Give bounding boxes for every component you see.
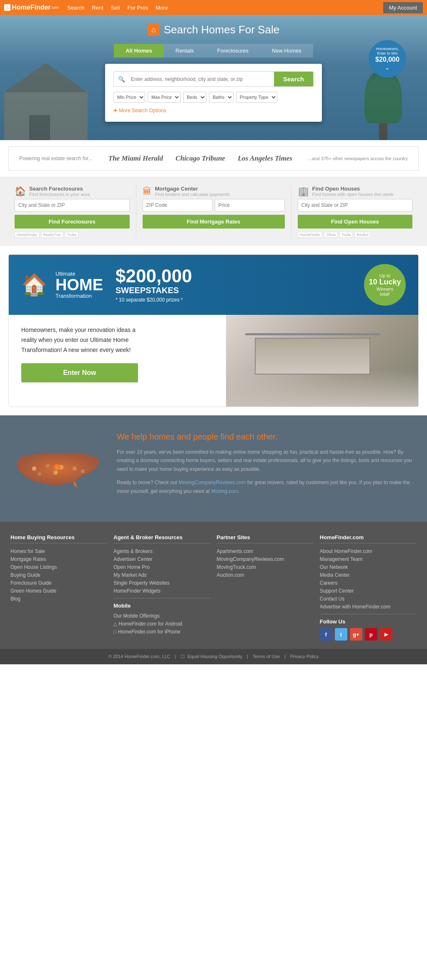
enter-now-button[interactable]: Enter Now xyxy=(21,363,138,382)
property-type-select[interactable]: Property Type xyxy=(236,92,277,103)
sweep-badge[interactable]: Up to 10 Lucky Winners total! xyxy=(364,264,406,306)
footer-link-network[interactable]: Our Network xyxy=(320,564,417,570)
footer-link-homes-for-sale[interactable]: Homes for Sale xyxy=(10,548,107,554)
footer-link-foreclosure-guide[interactable]: Foreclosure Guide xyxy=(10,580,107,586)
hero-section: Homeowners, Enter to Win $20,000 ⌄ ⌂ Sea… xyxy=(0,15,427,140)
foreclosure-city-input[interactable] xyxy=(15,199,130,211)
footer-link-advertiser[interactable]: Advertiser Center xyxy=(113,556,210,562)
find-open-houses-button[interactable]: Find Open Houses xyxy=(298,215,413,229)
svg-point-5 xyxy=(53,470,58,475)
baths-select[interactable]: Baths xyxy=(209,92,234,103)
footer-link-careers[interactable]: Careers xyxy=(320,580,417,586)
follow-us-heading: Follow Us xyxy=(320,618,417,625)
hero-content: ⌂ Search Homes For Sale All Homes Rental… xyxy=(21,23,406,122)
footer-link-iphone[interactable]: □ HomeFinder.com for iPhone xyxy=(113,629,210,635)
footer-mobile-heading: Mobile xyxy=(113,603,210,609)
nav-rent[interactable]: Rent xyxy=(92,5,103,11)
footer-link-moving-truck[interactable]: MovingTruck.com xyxy=(217,564,314,570)
mortgage-zip-input[interactable] xyxy=(143,199,213,211)
footer-link-moving-reviews[interactable]: MovingCompanyReviews.com xyxy=(217,556,314,562)
equal-housing-icon: ☐ xyxy=(181,654,185,659)
footer-col-agent: Agent & Broker Resources Agents & Broker… xyxy=(113,534,210,641)
svg-point-0 xyxy=(32,466,36,470)
footer-link-auction[interactable]: Auction.com xyxy=(217,572,314,578)
about-title: We help homes and people find each other… xyxy=(117,432,414,442)
about-para2: Ready to move? Check out MovingCompanyRe… xyxy=(117,478,414,495)
footer-link-green-homes[interactable]: Green Homes Guide xyxy=(10,588,107,594)
footer-columns: Home Buying Resources Homes for Sale Mor… xyxy=(10,534,417,641)
sweep-body-text: Homeowners, make your renovation ideas a… xyxy=(21,325,146,355)
find-mortgage-button[interactable]: Find Mortgage Rates xyxy=(143,215,285,229)
foreclosures-column: 🏠 Search Foreclosures Find foreclosures … xyxy=(8,186,136,238)
footer-link-mortgage-rates[interactable]: Mortgage Rates xyxy=(10,556,107,562)
win-badge[interactable]: Homeowners, Enter to Win $20,000 ⌄ xyxy=(369,40,406,78)
footer-link-android[interactable]: △ HomeFinder.com for Android xyxy=(113,621,210,627)
google-plus-icon[interactable]: g+ xyxy=(350,628,362,641)
foreclosure-partners: HomeFinder RealtyTrac Trulia xyxy=(15,232,130,238)
privacy-policy-link[interactable]: Privacy Policy xyxy=(290,654,319,659)
footer-link-management[interactable]: Management Team xyxy=(320,556,417,562)
footer-link-widgets[interactable]: HomeFinder Widgets xyxy=(113,588,210,594)
footer-link-blog[interactable]: Blog xyxy=(10,596,107,602)
sweep-banner: 🏠 Ultimate HOME Transformation $200,000 … xyxy=(9,255,418,315)
search-button[interactable]: Search xyxy=(274,72,313,86)
search-box: 🔍 Search Min Price Max Price Beds Baths xyxy=(105,64,322,122)
my-account-button[interactable]: My Account xyxy=(383,2,423,13)
tab-all-homes[interactable]: All Homes xyxy=(114,44,164,58)
moving-reviews-link[interactable]: MovingCompanyReviews.com xyxy=(178,480,246,485)
more-papers-text: ...and 375+ other newspapers across the … xyxy=(308,156,408,161)
beds-select[interactable]: Beds xyxy=(183,92,206,103)
footer-link-media[interactable]: Media Center xyxy=(320,572,417,578)
footer-link-support[interactable]: Support Center xyxy=(320,588,417,594)
sweepstakes-section: 🏠 Ultimate HOME Transformation $200,000 … xyxy=(8,254,419,407)
foreclosures-title: Search Foreclosures xyxy=(29,186,90,192)
footer-link-about[interactable]: About HomeFinder.com xyxy=(320,548,417,554)
nav-for-pros[interactable]: For Pros xyxy=(127,5,148,11)
footer-link-contact[interactable]: Contact Us xyxy=(320,596,417,602)
svg-point-6 xyxy=(81,469,85,473)
footer-link-apartments[interactable]: Apartments.com xyxy=(217,548,314,554)
android-icon: △ xyxy=(113,621,117,627)
footer-bottom: © 2014 HomeFinder.com, LLC | ☐ Equal Hou… xyxy=(0,649,427,664)
footer-link-advertise[interactable]: Advertise with HomeFinder.com xyxy=(320,604,417,610)
search-tabs: All Homes Rentals Foreclosures New Homes xyxy=(21,44,406,58)
max-price-select[interactable]: Max Price xyxy=(148,92,181,103)
min-price-select[interactable]: Min Price xyxy=(113,92,145,103)
iphone-icon: □ xyxy=(113,629,116,634)
footer-link-buying-guide[interactable]: Buying Guide xyxy=(10,572,107,578)
mortgage-price-input[interactable] xyxy=(215,199,285,211)
footer-link-market-ads[interactable]: My Market Ads xyxy=(113,572,210,578)
twitter-icon[interactable]: t xyxy=(335,628,347,641)
about-para1: For over 15 years, we've been committed … xyxy=(117,448,414,473)
nav-more[interactable]: More xyxy=(156,5,168,11)
equal-housing-link[interactable]: Equal Housing Opportunity xyxy=(188,654,242,659)
footer-link-agents[interactable]: Agents & Brokers xyxy=(113,548,210,554)
terms-of-use-link[interactable]: Terms of Use xyxy=(253,654,280,659)
tab-rentals[interactable]: Rentals xyxy=(164,44,206,58)
logo[interactable]: ⌂ HomeFinder .com xyxy=(4,4,59,11)
social-icons: f t g+ p ▶ xyxy=(320,628,417,641)
hero-title: ⌂ Search Homes For Sale xyxy=(21,23,406,36)
pinterest-icon[interactable]: p xyxy=(365,628,377,641)
find-foreclosures-button[interactable]: Find Foreclosures xyxy=(15,215,130,229)
svg-point-3 xyxy=(73,466,77,470)
tab-new-homes[interactable]: New Homes xyxy=(260,44,313,58)
moving-link[interactable]: Moving.com xyxy=(211,488,238,494)
youtube-icon[interactable]: ▶ xyxy=(380,628,392,641)
open-house-city-input[interactable] xyxy=(298,199,413,211)
la-times-logo: Los Angeles Times xyxy=(238,154,292,163)
facebook-icon[interactable]: f xyxy=(320,628,332,641)
footer-link-single-property[interactable]: Single Property Websites xyxy=(113,580,210,586)
footer-link-open-house[interactable]: Open House Listings xyxy=(10,564,107,570)
powered-section: Powering real estate search for... The M… xyxy=(8,146,419,171)
usa-map: ⌂ xyxy=(13,432,104,505)
footer-col2-heading: Agent & Broker Resources xyxy=(113,534,210,543)
footer-link-open-home-pro[interactable]: Open Home Pro xyxy=(113,564,210,570)
footer-link-mobile-offerings[interactable]: Our Mobile Offerings xyxy=(113,613,210,619)
tab-foreclosures[interactable]: Foreclosures xyxy=(206,44,260,58)
nav-search[interactable]: Search xyxy=(67,5,84,11)
mortgage-title: Mortgage Center xyxy=(155,186,230,192)
search-input[interactable] xyxy=(129,73,274,86)
more-options-link[interactable]: + More Search Options xyxy=(113,107,314,114)
nav-sell[interactable]: Sell xyxy=(111,5,120,11)
